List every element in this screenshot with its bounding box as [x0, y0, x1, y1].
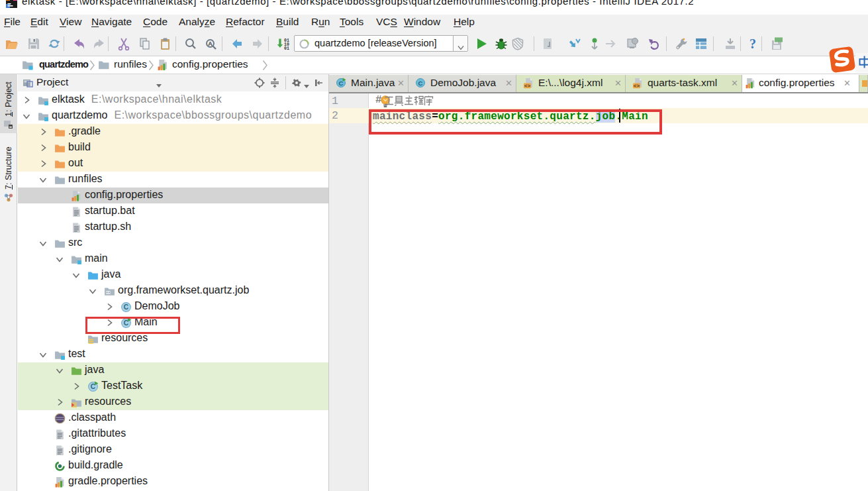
svg-text:C: C: [418, 80, 423, 87]
svg-text:?: ?: [749, 36, 756, 51]
svg-text:C: C: [91, 383, 95, 390]
svg-text:A: A: [208, 40, 213, 47]
svg-text:C: C: [124, 303, 128, 311]
svg-text:01: 01: [284, 46, 289, 51]
svg-text:<>: <>: [634, 83, 640, 89]
svg-text:<>: <>: [524, 83, 531, 89]
